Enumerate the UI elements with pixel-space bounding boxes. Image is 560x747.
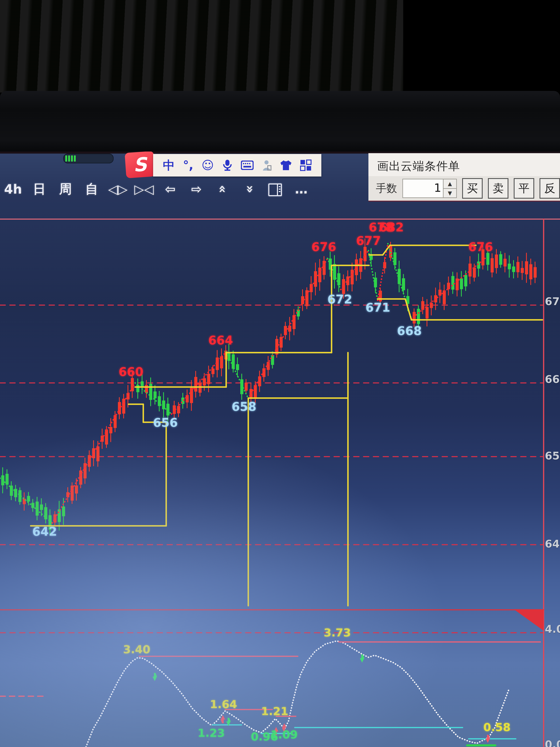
candle-body [379,290,382,301]
zigzag-price-label: 676 [311,240,336,254]
candle-body [417,309,420,324]
candle-body [145,385,148,393]
indicator-value-label: 1.21 [261,705,288,718]
candle-body [194,377,197,392]
candle-body [402,278,405,290]
candle-body [314,271,317,287]
indicator-value-label: 0.58 [483,721,510,734]
candle-body [109,427,112,433]
candle-body [53,514,56,522]
zigzag-price-label: 668 [397,324,422,338]
zigzag-price-label: 656 [153,416,178,430]
price-axis-label: 650 [545,450,560,462]
indicator-value-label: 3.73 [324,626,351,639]
candle-body [141,381,144,387]
candle-body [323,261,326,275]
candle-body [211,368,214,374]
candle-body [186,395,189,402]
candle-body [292,315,296,329]
zigzag-price-label: 660 [118,365,143,379]
candle-body [443,290,446,304]
curtain-background [0,0,560,93]
candle-body [464,275,467,286]
candle-body [166,404,169,416]
zigzag-price-label: 658 [232,400,256,414]
candle-body [27,496,30,501]
zigzag-down-line [0,478,52,523]
candle-body [162,401,165,409]
candle-body [305,290,309,306]
candle-body [75,486,78,493]
candle-body [62,507,65,516]
laptop-bezel [0,91,560,152]
candle-body [58,509,61,522]
candle-body [525,261,528,275]
candle-body [529,264,532,279]
candle-body [105,430,108,444]
candle-body [495,255,498,268]
candle-body [36,502,39,516]
candle-body [190,388,193,403]
candle-body [504,259,507,266]
candle-body [426,307,429,318]
indicator-axis-label: 0.00 [545,739,560,747]
zigzag-price-label: 642 [32,524,57,539]
candle-body [203,378,206,385]
candle-body [131,378,134,391]
candle-body [40,505,43,510]
candle-body [271,355,274,365]
zigzag-price-label: 671 [365,301,390,314]
candle-body [346,277,349,285]
trading-app-screen: S 中°,☺ 4h日周自◁▷▷◁⇦⇨««… 画出云端条件单 手数 1 ▲ ▼ 买… [0,152,560,747]
candle-body [232,354,235,368]
separator-corner-triangle [514,609,543,631]
indicator-value-label: 1.23 [197,726,225,740]
candle-body [412,312,416,324]
price-axis-label: 640 [545,538,560,550]
candle-body [521,268,524,273]
candle-body [71,486,74,500]
candle-body [136,385,139,392]
price-axis-label: 670 [545,295,560,308]
candle-body [374,278,377,287]
curtain-folds [0,0,403,93]
zigzag-price-label: 664 [208,333,233,347]
arrow-down-red-marker [485,735,490,743]
indicator-value-label: 1.64 [210,698,237,711]
price-axis-label: 660 [545,373,560,385]
zigzag-price-label: 672 [327,292,352,306]
candle-body [83,463,86,478]
indicator-value-label: 3.40 [123,643,150,656]
candle-body [512,266,515,272]
zigzag-price-label: 676 [468,240,493,254]
candle-body [456,279,459,290]
zigzag-price-label: 677 [356,234,381,248]
candle-body [393,252,397,265]
candle-body [97,446,100,461]
candle-body [508,264,511,269]
candle-body [516,262,519,272]
candle-body [258,376,261,386]
candle-body [473,268,476,278]
candle-body [460,279,463,289]
zigzag-price-label: 682 [379,220,404,234]
candle-body [92,448,95,458]
candle-body [245,383,248,391]
candle-body [240,380,243,394]
candle-body [486,253,489,265]
candle-body [451,276,454,289]
candle-body [5,474,8,485]
candle-body [490,258,494,273]
zigzag-up-line [378,244,388,301]
indicator-value-label: 1.09 [270,728,298,741]
candle-body [10,486,13,496]
stop-step-line [383,245,390,255]
photo-of-laptop-trading-screen: { "ime_toolbar": { "logo": "S", "items":… [0,0,560,747]
arrow-up-red-marker [221,715,225,723]
candle-body [88,455,91,467]
candle-body [154,391,157,398]
candle-body [499,254,502,264]
candle-body [207,374,210,384]
arrow-down-green-marker [153,673,157,681]
indicator-axis-label: 4.00 [545,623,560,635]
